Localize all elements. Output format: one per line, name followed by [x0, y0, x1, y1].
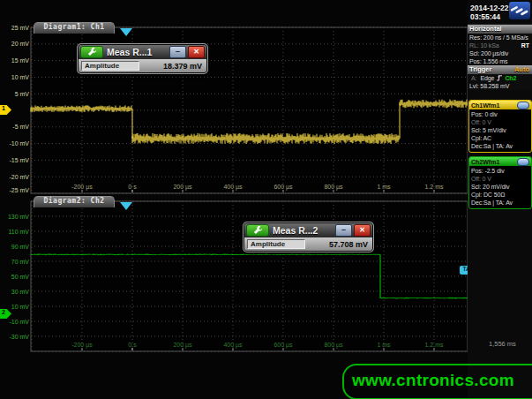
meas1-value: 18.379 mV [143, 62, 204, 71]
trigger-level: Lvl: 58.258 mV [468, 82, 532, 90]
y-axis-label: -5 mV [12, 124, 29, 130]
x-axis-label: 1 ms [377, 184, 391, 190]
meas2-value: 57.708 mV [309, 240, 370, 249]
ch1-offset: Off: 0 V [469, 118, 531, 126]
y-axis-label: -10 mV [9, 319, 29, 325]
trigger-type: Edge [480, 75, 494, 81]
trigger-source: Ch2 [505, 75, 516, 81]
minimize-pill-icon[interactable] [517, 158, 529, 166]
y-axis-label: 70 mV [11, 259, 30, 265]
realtime-badge: RT [521, 42, 529, 49]
watermark-text: www.cntronics.com [352, 371, 532, 390]
y-axis-label: -25 mV [9, 187, 29, 193]
rising-edge-icon [496, 74, 503, 82]
meas-result-window-1[interactable]: Meas R...1 – ✕ Amplitude 18.379 mV [78, 44, 207, 73]
tab-diagram1-ch1[interactable]: Diagram1: Ch1 [34, 22, 115, 34]
y-axis-label: 90 mV [11, 244, 30, 250]
trigger-mode: Auto [514, 65, 529, 74]
y-axis-label: 130 mV [8, 214, 29, 220]
meas2-title: Meas R...2 [271, 225, 333, 236]
meas2-settings-button[interactable] [246, 224, 269, 237]
rohde-schwarz-logo [509, 2, 530, 23]
meas2-param-label: Amplitude [247, 239, 305, 249]
datetime-box: 2014-12-22 03:55:44 [468, 0, 532, 25]
y-axis-label: 5 mV [15, 91, 30, 97]
x-axis-label: 400 µs [223, 342, 243, 349]
waveform-plots: 25 mV20 mV15 mV10 mV5 mV-5 mV-10 mV-15 m… [0, 0, 476, 364]
meas2-body: Amplitude 57.708 mV [244, 237, 372, 251]
y-axis-label: -15 mV [9, 157, 29, 163]
meas1-settings-button[interactable] [80, 46, 103, 58]
date-label: 2014-12-22 [470, 4, 509, 12]
x-axis-label: 800 µs [324, 184, 343, 191]
minimize-pill-icon[interactable] [517, 102, 529, 109]
y-axis-label: 50 mV [11, 274, 30, 280]
meas1-close-button[interactable]: ✕ [188, 46, 205, 58]
y-axis-label: 10 mV [11, 304, 30, 310]
x-axis-label: 1.2 ms [424, 184, 444, 190]
x-axis-label: 800 µs [324, 342, 343, 349]
ch2wfm1-title: Ch2Wfm1 [471, 159, 517, 165]
oscilloscope-screen: 25 mV20 mV15 mV10 mV5 mV-5 mV-10 mV-15 m… [0, 0, 532, 399]
y-axis-label: -30 mV [9, 334, 29, 340]
y-axis-label: 20 mV [11, 41, 30, 47]
meas2-minimize-button[interactable]: – [335, 224, 352, 237]
x-axis-label: 600 µs [273, 342, 293, 349]
y-axis-label: 110 mV [8, 229, 29, 235]
horizontal-resolution: Res: 200 ns / 5 MSa/s [468, 34, 532, 41]
meas1-title: Meas R...1 [105, 47, 168, 57]
tab-diagram2-ch2[interactable]: Diagram2: Ch2 [34, 196, 115, 207]
y-axis-label: 10 mV [11, 74, 30, 80]
meas2-titlebar[interactable]: Meas R...2 – ✕ [244, 223, 372, 237]
horizontal-panel[interactable]: Horizontal Res: 200 ns / 5 MSa/s RL: 10 … [468, 25, 532, 65]
ch1-scale: Scl: 5 mV/div [469, 126, 531, 134]
ch2-coupling: Cpl: DC 50Ω [469, 191, 531, 199]
ch2wfm1-panel[interactable]: Ch2Wfm1 Pos: -2.5 div Off: 0 V Scl: 20 m… [468, 156, 532, 209]
x-axis-label: 0 s [128, 184, 137, 190]
x-axis-label: 0 s [128, 342, 137, 348]
wrench-icon [87, 44, 97, 60]
ch1wfm1-title: Ch1Wfm1 [471, 102, 517, 109]
horizontal-scale: Scl: 200 µs/div [468, 49, 532, 57]
x-axis-label: -200 µs [71, 184, 93, 191]
x-axis-label: 200 µs [173, 184, 192, 191]
meas1-titlebar[interactable]: Meas R...1 – ✕ [79, 45, 206, 59]
status-sidebar: 2014-12-22 03:55:44 Horizonta [468, 0, 532, 399]
y-axis-label: 30 mV [11, 289, 30, 295]
time-label: 03:55:44 [470, 12, 509, 21]
ch2-offset: Off: 0 V [469, 175, 531, 183]
x-axis-label: -200 µs [71, 342, 93, 349]
meas2-close-button[interactable]: ✕ [354, 224, 371, 237]
meas1-body: Amplitude 18.379 mV [79, 59, 206, 72]
x-axis-label: 1 ms [377, 342, 391, 348]
watermark-stamp: www.cntronics.com [342, 364, 532, 399]
horizontal-record-length: RL: 10 kSa [469, 42, 499, 49]
ch1-decimation: Dec:Sa | TA: Av [469, 142, 531, 150]
ch1-coupling: Cpl: AC [469, 134, 531, 142]
ch2-scale: Scl: 20 mV/div [469, 183, 531, 191]
trigger-position-marker-icon[interactable] [120, 28, 132, 36]
meas-result-window-2[interactable]: Meas R...2 – ✕ Amplitude 57.708 mV [244, 222, 373, 252]
x-axis-label: 1.2 ms [424, 342, 444, 348]
x-axis-label: 400 µs [223, 184, 243, 191]
horizontal-panel-title: Horizontal [469, 25, 502, 34]
y-axis-label: 25 mV [11, 25, 30, 31]
y-axis-label: -20 mV [9, 174, 29, 180]
wrench-icon [253, 222, 263, 238]
trigger-a-label: A: [471, 75, 476, 81]
ch1-position: Pos: 0 div [469, 110, 531, 118]
y-axis-label: -10 mV [9, 140, 29, 147]
ch1wfm1-panel[interactable]: Ch1Wfm1 Pos: 0 div Off: 0 V Scl: 5 mV/di… [468, 100, 532, 153]
right-edge-time-label: 1,556 ms [489, 340, 516, 348]
x-axis-label: 600 µs [273, 184, 293, 191]
trigger-position-marker-icon[interactable] [120, 202, 132, 210]
horizontal-position: Pos: 1.556 ms [468, 57, 532, 65]
ch2-position: Pos: -2.5 div [469, 167, 531, 175]
y-axis-label: 15 mV [11, 57, 30, 64]
meas1-minimize-button[interactable]: – [169, 46, 186, 58]
trigger-panel[interactable]: Trigger Auto A: Edge Ch2 Lvl: 58.258 mV [468, 65, 532, 90]
meas1-param-label: Amplitude [81, 61, 139, 71]
ch2-decimation: Dec:Sa | TA: Av [469, 199, 531, 207]
x-axis-label: 200 µs [173, 342, 192, 349]
trigger-panel-title: Trigger [469, 65, 491, 74]
